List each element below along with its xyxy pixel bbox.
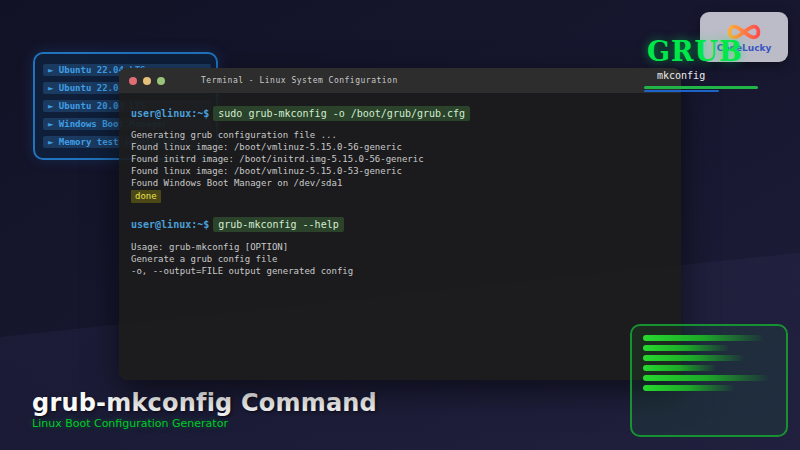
output-line: Generate a grub config file [131, 253, 675, 265]
output-line: Usage: grub-mkconfig [OPTION] [131, 241, 675, 253]
stack-bar [643, 345, 730, 351]
terminal-title: Terminal - Linux System Configuration [201, 76, 398, 85]
output-line: Found linux image: /boot/vmlinuz-5.15.0-… [131, 141, 675, 153]
terminal-body[interactable]: user@linux:~$sudo grub-mkconfig -o /boot… [131, 93, 675, 380]
close-icon[interactable] [129, 77, 137, 85]
output-line: -o, --output=FILE output generated confi… [131, 265, 675, 277]
output-line: Found linux image: /boot/vmlinuz-5.15.0-… [131, 165, 675, 177]
output-line: Found initrd image: /boot/initrd.img-5.1… [131, 153, 675, 165]
tab-mkconfig-label: mkconfig [657, 70, 705, 81]
command-text: grub-mkconfig --help [213, 217, 343, 232]
maximize-icon[interactable] [157, 77, 165, 85]
tab-underline-blue [644, 90, 719, 92]
output-line: Generating grub configuration file ... [131, 129, 675, 141]
command-text: sudo grub-mkconfig -o /boot/grub/grub.cf… [213, 106, 470, 121]
tab-mkconfig[interactable]: mkconfig [644, 70, 758, 94]
terminal-window: Terminal - Linux System Configuration us… [119, 68, 681, 380]
stack-bar [643, 375, 770, 381]
tab-underline-green [644, 86, 758, 89]
help-output: Usage: grub-mkconfig [OPTION] Generate a… [131, 241, 675, 277]
shell-prompt: user@linux:~$ [131, 108, 209, 119]
page-subtitle: Linux Boot Configuration Generator [32, 417, 228, 430]
stack-bar [643, 365, 717, 371]
stack-panel [630, 324, 788, 437]
page-title: grub-mkconfig Command [32, 389, 377, 417]
status-badge: done [131, 190, 161, 203]
terminal-titlebar[interactable]: Terminal - Linux System Configuration [119, 68, 681, 93]
shell-prompt: user@linux:~$ [131, 219, 209, 230]
minimize-icon[interactable] [143, 77, 151, 85]
command-line-1: user@linux:~$sudo grub-mkconfig -o /boot… [131, 106, 675, 121]
stack-bar [643, 335, 765, 341]
grub-wordmark: GRUB [647, 36, 743, 67]
command-line-2: user@linux:~$grub-mkconfig --help [131, 217, 675, 232]
stack-bar [643, 355, 745, 361]
stack-bar [643, 385, 735, 391]
output-line: Found Windows Boot Manager on /dev/sda1 [131, 177, 675, 189]
